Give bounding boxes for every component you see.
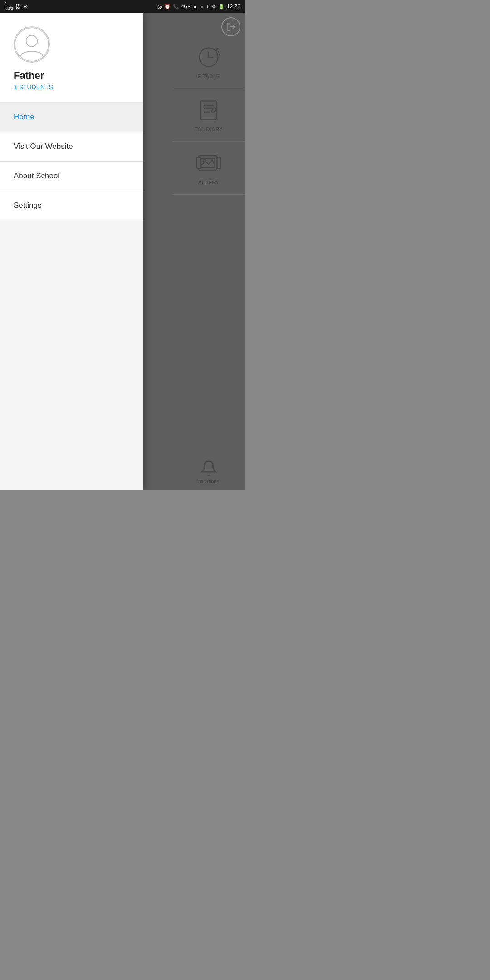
- status-right: ◎ ⏰ 📞 4G+ ▲ ▲ 61% 🔋 12:22: [157, 3, 240, 10]
- battery-level: 61%: [207, 4, 216, 9]
- menu-item-website[interactable]: Visit Our Website: [0, 132, 143, 162]
- user-role: 1 STUDENTS: [14, 83, 129, 91]
- photo-icon: 🖼: [16, 4, 21, 9]
- status-bar: 2 KB/s 🖼 ⊙ ◎ ⏰ 📞 4G+ ▲ ▲ 61% 🔋 12:22: [0, 0, 245, 13]
- circle-icon: ⊙: [24, 4, 28, 10]
- avatar: [14, 26, 50, 63]
- main-container: E TABLE TAL DIARY AL: [0, 13, 245, 490]
- drawer-scrim[interactable]: [143, 13, 245, 490]
- menu-item-home[interactable]: Home: [0, 103, 143, 132]
- menu-item-settings[interactable]: Settings: [0, 191, 143, 220]
- network-label: 4G+: [181, 4, 190, 9]
- user-name: Father: [14, 70, 129, 82]
- phone-icon: 📞: [173, 4, 179, 10]
- time-display: 12:22: [227, 3, 240, 10]
- navigation-drawer: Father 1 STUDENTS Home Visit Our Website…: [0, 13, 143, 490]
- drawer-menu: Home Visit Our Website About School Sett…: [0, 103, 143, 490]
- svg-point-12: [15, 28, 49, 61]
- signal-icon2: ▲: [200, 4, 205, 9]
- signal-icon: ▲: [192, 4, 197, 9]
- menu-item-settings-label: Settings: [14, 201, 41, 210]
- menu-item-website-label: Visit Our Website: [14, 142, 73, 151]
- alarm-icon: ⏰: [164, 4, 171, 10]
- drawer-header: Father 1 STUDENTS: [0, 13, 143, 103]
- menu-item-about-label: About School: [14, 172, 59, 181]
- battery-icon: 🔋: [218, 4, 225, 10]
- menu-item-about[interactable]: About School: [0, 162, 143, 191]
- status-left: 2 KB/s 🖼 ⊙: [5, 2, 28, 11]
- speed-indicator: 2 KB/s: [5, 2, 13, 11]
- hotspot-icon: ◎: [157, 4, 162, 10]
- menu-item-home-label: Home: [14, 113, 34, 122]
